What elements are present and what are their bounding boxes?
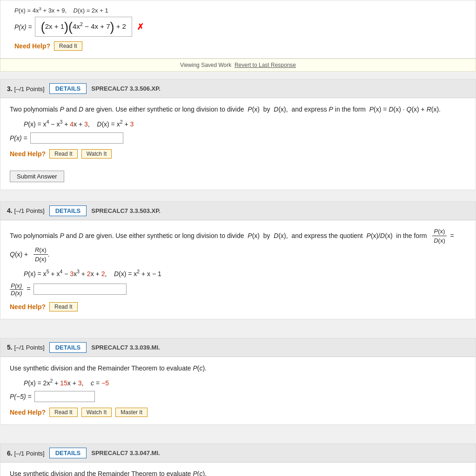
problem-4-code: SPRECALC7 3.3.503.XP. xyxy=(91,207,161,214)
problem-3-header: 3. [–/1 Points] DETAILS SPRECALC7 3.3.50… xyxy=(0,79,476,98)
wrong-mark: ✗ xyxy=(137,22,144,32)
prev-answer-prefix: P(x) = xyxy=(14,23,32,31)
viewing-saved-text: Viewing Saved Work xyxy=(180,62,231,68)
problem-3-section: 3. [–/1 Points] DETAILS SPRECALC7 3.3.50… xyxy=(0,79,476,190)
details-button-4[interactable]: DETAILS xyxy=(49,205,87,216)
master-it-button-5[interactable]: Master It xyxy=(115,408,147,417)
problem-4-text: Two polynomials P and D are given. Use e… xyxy=(10,227,466,264)
read-it-button-5[interactable]: Read It xyxy=(49,408,78,417)
need-help-label-4: Need Help? xyxy=(10,303,46,311)
problem-3-answer-prefix: P(x) = xyxy=(10,134,27,142)
problem-5-header: 5. [–/1 Points] DETAILS SPRECALC7 3.3.03… xyxy=(0,338,476,357)
read-it-button-4[interactable]: Read It xyxy=(49,302,78,311)
problem-6-body: Use synthetic division and the Remainder… xyxy=(0,463,476,476)
prev-formula-p: P(x) = 4x3 + 3x + 9, D(x) = 2x + 1 xyxy=(14,7,108,14)
problem-3-text: Two polynomials P and D are given. Use e… xyxy=(10,105,466,114)
problem-5-section: 5. [–/1 Points] DETAILS SPRECALC7 3.3.03… xyxy=(0,338,476,425)
problem-5-formulas: P(x) = 2x2 + 15x + 3, c = −5 xyxy=(10,378,466,387)
watch-it-button-3[interactable]: Watch It xyxy=(81,149,112,159)
problem-3-number: 3. [–/1 Points] xyxy=(7,85,45,93)
problem-4-need-help: Need Help? Read It xyxy=(10,302,466,311)
problem-3-formulas: P(x) = x4 − x3 + 4x + 3, D(x) = x2 + 3 xyxy=(10,119,466,128)
problem-4-answer-prefix: P(x) D(x) = xyxy=(10,282,31,297)
problem-5-code: SPRECALC7 3.3.039.MI. xyxy=(91,344,160,351)
problem-5-need-help: Need Help? Read It Watch It Master It xyxy=(10,408,466,417)
details-button-5[interactable]: DETAILS xyxy=(49,342,87,353)
prev-answer-value: (2x + 1)(4x2 − 4x + 7) + 2 xyxy=(41,22,126,30)
problem-5-body: Use synthetic division and the Remainder… xyxy=(0,357,476,425)
details-button-6[interactable]: DETAILS xyxy=(49,448,87,458)
details-button-3[interactable]: DETAILS xyxy=(49,83,87,94)
problem-3-code: SPRECALC7 3.3.506.XP. xyxy=(91,85,161,92)
problem-4-header: 4. [–/1 Points] DETAILS SPRECALC7 3.3.50… xyxy=(0,202,476,220)
problem-6-header: 6. [–/1 Points] DETAILS SPRECALC7 3.3.04… xyxy=(0,444,476,463)
watch-it-button-5[interactable]: Watch It xyxy=(81,408,112,417)
problem-5-answer-input[interactable] xyxy=(34,391,95,402)
saved-work-bar: Viewing Saved Work Revert to Last Respon… xyxy=(0,59,476,72)
read-it-button-0[interactable]: Read It xyxy=(54,41,82,51)
problem-6-text: Use synthetic division and the Remainder… xyxy=(10,469,466,476)
prev-answer-box: (2x + 1)(4x2 − 4x + 7) + 2 xyxy=(35,17,132,37)
need-help-label-5: Need Help? xyxy=(10,409,46,416)
read-it-button-3[interactable]: Read It xyxy=(49,149,78,159)
submit-button-3[interactable]: Submit Answer xyxy=(10,171,64,182)
problem-5-answer-prefix: P(−5) = xyxy=(10,393,32,400)
problem-5-text: Use synthetic division and the Remainder… xyxy=(10,364,466,373)
problem-3-answer-input[interactable] xyxy=(30,132,123,144)
problem-4-answer-input[interactable] xyxy=(34,284,127,295)
problem-3-body: Two polynomials P and D are given. Use e… xyxy=(0,98,476,190)
problem-4-formulas: P(x) = x5 + x4 − 3x3 + 2x + 2, D(x) = x2… xyxy=(10,269,466,278)
problem-3-need-help: Need Help? Read It Watch It xyxy=(10,149,466,159)
problem-6-number: 6. [–/1 Points] xyxy=(7,450,45,457)
problem-4-section: 4. [–/1 Points] DETAILS SPRECALC7 3.3.50… xyxy=(0,201,476,319)
problem-6-section: 6. [–/1 Points] DETAILS SPRECALC7 3.3.04… xyxy=(0,443,476,476)
problem-6-code: SPRECALC7 3.3.047.MI. xyxy=(91,450,160,456)
problem-5-number: 5. [–/1 Points] xyxy=(7,344,45,351)
revert-link[interactable]: Revert to Last Response xyxy=(235,62,296,68)
need-help-label-3: Need Help? xyxy=(10,150,46,158)
need-help-label-0: Need Help? xyxy=(14,42,50,50)
problem-4-number: 4. [–/1 Points] xyxy=(7,207,45,214)
problem-4-body: Two polynomials P and D are given. Use e… xyxy=(0,220,476,319)
